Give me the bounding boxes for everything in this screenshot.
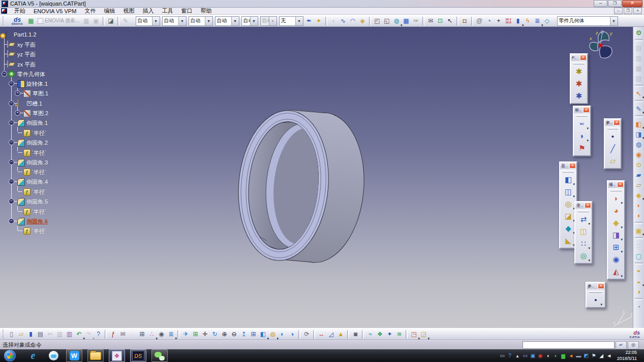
tree-item-radius2[interactable]: `半径` (0, 148, 132, 156)
wechat-tray-icon[interactable]: ◗ (552, 352, 560, 360)
print-icon[interactable]: ▤ (36, 330, 45, 339)
close-toolbar-icon[interactable] (585, 203, 591, 208)
paintbrush-icon[interactable]: ✒ (304, 16, 314, 26)
scale-icon[interactable]: ◎ (578, 250, 589, 261)
toolbar-grip[interactable] (3, 16, 5, 25)
shaft-icon[interactable]: ◉ (634, 150, 643, 159)
menu-insert[interactable]: 插入 (138, 7, 158, 15)
new-document-icon[interactable]: ▯ (7, 330, 16, 339)
tree-item-yz-plane[interactable]: yz 平面 (0, 50, 132, 58)
rect-pattern-icon[interactable]: ∷ (578, 238, 589, 249)
thread-icon[interactable]: ◉ (610, 254, 622, 265)
tree-item-xy-plane[interactable]: xy 平面 (0, 40, 132, 48)
calculator-icon[interactable]: ⊞ (137, 330, 147, 339)
taskbar-browser-icon[interactable] (46, 350, 61, 361)
tree-expander[interactable] (2, 71, 7, 77)
menu-help[interactable]: 帮助 (196, 7, 216, 15)
volume-orange-icon[interactable]: ◄ (567, 352, 575, 360)
annotation-toolbar[interactable]: 标.. NC◗⚑ (573, 106, 591, 156)
spline-icon[interactable]: ∿ (339, 16, 348, 26)
fit-all-icon[interactable]: ⊞ (191, 330, 200, 339)
tree-item-zx-plane[interactable]: zx 平面 (0, 60, 132, 68)
tree-expander[interactable] (15, 110, 20, 116)
filter-dropdown-2[interactable]: 自动▾ (162, 16, 187, 26)
mdi-restore-button[interactable] (624, 8, 632, 14)
tree-item-fillet3[interactable]: 倒圆角.3 (0, 158, 132, 166)
minimize-button[interactable] (594, 0, 607, 7)
tree-expander[interactable] (15, 90, 20, 96)
paste-icon[interactable]: ▥ (65, 330, 74, 339)
edge-fillet-icon[interactable]: ◗ (610, 193, 622, 204)
point-icon[interactable]: • (607, 131, 619, 142)
close-toolbar-icon[interactable] (569, 163, 576, 169)
tray-expand-icon[interactable]: ▴ (514, 352, 522, 360)
pan-icon[interactable]: ✛ (200, 330, 210, 339)
close-toolbar-icon[interactable] (617, 182, 624, 187)
components-icon[interactable]: ⊡ (436, 16, 445, 26)
dressup-features-toolbar[interactable]: 修.. ◗◕◆◨⊞◉◭ (607, 180, 625, 280)
zoom-out-icon[interactable]: ⊖ (229, 330, 239, 339)
hide-show-icon[interactable]: ◐ (278, 330, 287, 339)
mirror-icon[interactable]: ◫ (578, 226, 589, 237)
360-safe-icon[interactable]: ◉ (537, 352, 544, 360)
paste-format-icon[interactable]: ◪ (106, 16, 116, 26)
nvidia-tray-icon[interactable]: ◩ (582, 352, 590, 360)
open-icon[interactable]: ▱ (16, 330, 26, 339)
iso-view-icon[interactable]: ◧ (258, 330, 268, 339)
close-toolbar-icon[interactable] (598, 283, 604, 289)
tree-item-pocket[interactable]: 凹槽.1 (0, 99, 132, 107)
edge-fillet-icon[interactable]: ◗ (634, 201, 643, 210)
enovia-search-toggle[interactable]: ENOVIA 搜索... (38, 17, 79, 24)
catalog-browser-icon[interactable]: ◱ (382, 16, 392, 26)
catalog-b-icon[interactable]: ◲ (419, 330, 428, 339)
enovia-search-checkbox[interactable] (38, 18, 43, 24)
filter-dropdown-5[interactable]: 自动▾ (241, 16, 258, 26)
point-tool-icon[interactable]: · (329, 16, 339, 26)
title-bar[interactable]: CATIA V5 - [waiquan.CATPart] (0, 0, 644, 8)
f-lightning-icon[interactable]: ϟ (523, 16, 533, 26)
taskbar-explorer-icon[interactable] (87, 349, 104, 362)
pdm-open-icon[interactable]: ✱ (573, 66, 585, 77)
datum-stamp-icon[interactable]: ⚑ (576, 143, 588, 153)
close-button[interactable] (622, 0, 642, 7)
catalog-icon[interactable]: ◰ (373, 16, 382, 26)
fx-formula-icon[interactable]: ƒ (108, 330, 118, 339)
filter-dropdown-3[interactable]: 自动▾ (189, 16, 213, 26)
tree-item-radius5[interactable]: `半径` (0, 207, 132, 215)
shell-icon[interactable]: ▣ (634, 226, 643, 235)
remove-face-icon[interactable]: ◭ (610, 266, 622, 277)
union-trim-icon[interactable]: ◔ (634, 302, 643, 311)
tree-item-sketch1[interactable]: 草图.1 (0, 89, 132, 97)
tree-item-fillet5[interactable]: 倒圆角.5 (0, 197, 132, 205)
close-toolbar-icon[interactable] (580, 55, 587, 60)
layers-icon[interactable]: ≋ (394, 330, 404, 339)
mdi-minimize-button[interactable] (614, 8, 623, 14)
tree-expander[interactable] (9, 218, 14, 224)
fly-mode-icon[interactable]: ✈ (181, 330, 191, 339)
compass-manipulator[interactable]: z y x (584, 29, 616, 60)
rib-icon[interactable]: ◪ (563, 211, 574, 221)
shell-icon[interactable]: ⊞ (610, 242, 622, 252)
power-input[interactable] (523, 341, 615, 349)
loft-icon[interactable]: ◆ (563, 223, 574, 234)
pdm-sync-icon[interactable]: ✱ (573, 90, 585, 101)
part-body-dropdown[interactable]: 零件几何体▾ (557, 16, 618, 26)
tree-item-fillet1[interactable]: 倒圆角.1 (0, 118, 132, 126)
pad-icon[interactable]: ◧ (563, 174, 574, 185)
boolean-add-icon[interactable]: ◒ (634, 277, 643, 286)
tree-item-part-body[interactable]: 零件几何体 (0, 70, 132, 78)
lock-icon[interactable]: ◉ (157, 330, 166, 339)
multi-view-icon[interactable]: ⊞ (249, 330, 258, 339)
chamfer-icon[interactable]: ◆ (610, 217, 622, 228)
tree-item-fillet4[interactable]: 倒圆角.4 (0, 177, 132, 185)
filter-dropdown-4[interactable]: 自动▾ (215, 16, 239, 26)
tree-item-radius6[interactable]: `半径` (0, 226, 132, 235)
pad-icon[interactable]: ◧ (634, 119, 643, 128)
ring-model-3d[interactable] (223, 103, 370, 265)
render-style-icon[interactable]: ◍ (268, 330, 278, 339)
network-tray-icon[interactable]: ◢ (598, 352, 605, 360)
menu-file[interactable]: 文件 (80, 7, 100, 15)
surface-icon[interactable]: ◈ (358, 16, 367, 26)
slot-icon[interactable]: ▱ (634, 180, 643, 189)
menu-window[interactable]: 窗口 (177, 7, 196, 15)
